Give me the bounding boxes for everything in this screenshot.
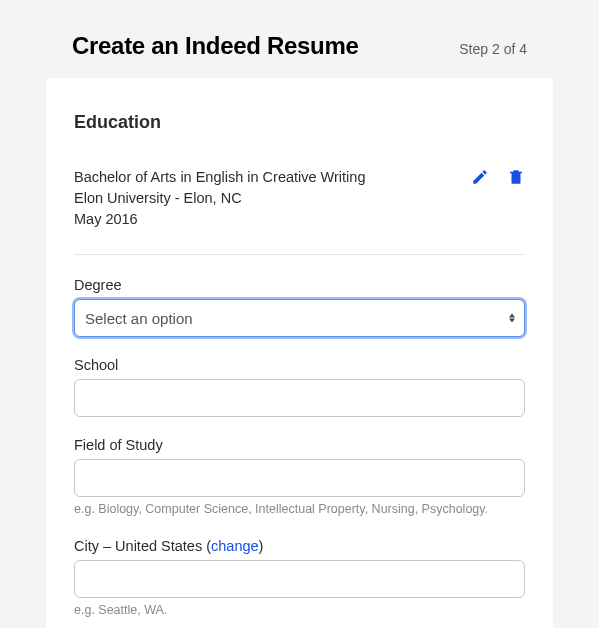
entry-school-line: Elon University - Elon, NC xyxy=(74,188,455,209)
degree-select-wrap: Select an option xyxy=(74,299,525,337)
change-country-link[interactable]: change xyxy=(211,538,259,554)
school-label: School xyxy=(74,357,525,373)
degree-field: Degree Select an option xyxy=(74,277,525,337)
city-hint: e.g. Seattle, WA. xyxy=(74,602,525,619)
education-card: Education Bachelor of Arts in English in… xyxy=(46,78,553,628)
school-input[interactable] xyxy=(74,379,525,417)
city-field: City – United States (change) e.g. Seatt… xyxy=(74,538,525,619)
delete-button[interactable] xyxy=(507,169,525,187)
entry-actions xyxy=(471,167,525,187)
field-of-study-label: Field of Study xyxy=(74,437,525,453)
city-input[interactable] xyxy=(74,560,525,598)
step-indicator: Step 2 of 4 xyxy=(459,41,527,57)
field-of-study-field: Field of Study e.g. Biology, Computer Sc… xyxy=(74,437,525,518)
page-header: Create an Indeed Resume Step 2 of 4 xyxy=(46,32,553,78)
education-entry: Bachelor of Arts in English in Creative … xyxy=(74,167,525,230)
education-entry-text: Bachelor of Arts in English in Creative … xyxy=(74,167,455,230)
section-title: Education xyxy=(74,112,525,133)
page-container: Create an Indeed Resume Step 2 of 4 Educ… xyxy=(0,0,599,628)
entry-date-line: May 2016 xyxy=(74,209,455,230)
field-of-study-hint: e.g. Biology, Computer Science, Intellec… xyxy=(74,501,525,518)
city-label: City – United States (change) xyxy=(74,538,525,554)
field-of-study-input[interactable] xyxy=(74,459,525,497)
degree-select[interactable]: Select an option xyxy=(74,299,525,337)
city-label-prefix: City – United States ( xyxy=(74,538,211,554)
divider xyxy=(74,254,525,255)
page-title: Create an Indeed Resume xyxy=(72,32,359,60)
entry-degree-line: Bachelor of Arts in English in Creative … xyxy=(74,167,455,188)
pencil-icon xyxy=(471,168,489,189)
trash-icon xyxy=(507,168,525,189)
degree-label: Degree xyxy=(74,277,525,293)
edit-button[interactable] xyxy=(471,169,489,187)
school-field: School xyxy=(74,357,525,417)
city-label-suffix: ) xyxy=(259,538,264,554)
